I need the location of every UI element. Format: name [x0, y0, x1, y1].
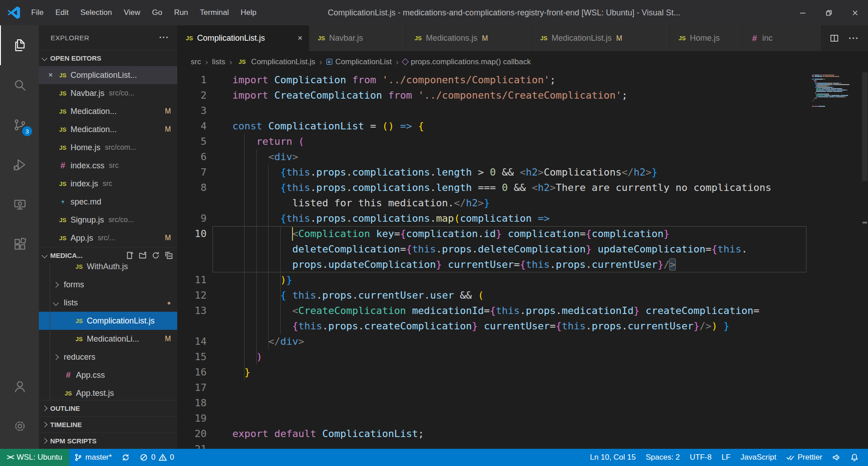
code-line[interactable]: 14 </div> [177, 334, 868, 349]
tab-navbar-js[interactable]: JSNavbar.js [309, 25, 406, 51]
code-line[interactable]: 2import CreateComplication from '../comp… [177, 88, 868, 103]
open-editor-item[interactable]: JSHome.jssrc/com... [39, 138, 177, 157]
open-editor-item[interactable]: JSMedication...M [39, 120, 177, 138]
code-line[interactable]: 11 )} [177, 272, 868, 288]
collapse-folders-icon[interactable] [165, 252, 173, 259]
code-line[interactable]: 6 <div> [177, 149, 868, 165]
menu-run[interactable]: Run [168, 0, 194, 25]
problems-status[interactable]: 0 0 [135, 449, 179, 466]
editor-scrollbar[interactable] [862, 72, 868, 449]
code-line[interactable]: 16 } [177, 365, 868, 380]
menu-edit[interactable]: Edit [49, 0, 74, 25]
code-line[interactable]: 13 <CreateComplication medicationId={thi… [177, 303, 868, 319]
code-line[interactable]: deleteComplication={this.props.deleteCom… [177, 242, 868, 257]
open-editor-item[interactable]: JSMedication...M [39, 102, 177, 120]
new-file-icon[interactable] [126, 252, 133, 259]
feedback-button[interactable] [827, 449, 845, 466]
close-icon[interactable]: × [44, 71, 57, 80]
scrollbar-slider[interactable] [862, 72, 868, 181]
open-editor-item[interactable]: JSNavbar.jssrc/co... [39, 84, 177, 102]
breadcrumb-item[interactable]: lists [212, 57, 225, 67]
code-line[interactable]: {this.props.createComplication} currentU… [177, 319, 868, 334]
breadcrumb-item[interactable]: props.complications.map() callback [403, 57, 531, 67]
open-editor-item[interactable]: ▼spec.md [39, 193, 177, 211]
tree-item-reducers[interactable]: reducers [39, 348, 177, 366]
section-timeline[interactable]: TIMELINE [39, 416, 177, 433]
close-button[interactable] [842, 0, 868, 25]
new-folder-icon[interactable] [139, 252, 146, 259]
tab-medicationlist-js[interactable]: JSMedicationList.jsM [532, 25, 670, 51]
tree-item-lists[interactable]: lists● [39, 294, 177, 312]
tree-item-medicationli-[interactable]: JSMedicationLi...M [39, 330, 177, 348]
editor-pane[interactable]: 1import Complication from '../components… [177, 72, 868, 449]
project-section-header[interactable]: MEDICA... [39, 247, 177, 263]
tab-home-js[interactable]: JSHome.js [670, 25, 742, 51]
code-line[interactable]: 15 ) [177, 349, 868, 365]
close-icon[interactable]: × [293, 33, 302, 43]
tree-item-app-test-js[interactable]: JSApp.test.js [39, 384, 177, 400]
activity-remote-explorer[interactable] [0, 185, 39, 224]
code-line[interactable]: 4const ComplicationList = () => { [177, 119, 868, 134]
menu-go[interactable]: Go [146, 0, 168, 25]
code-line[interactable]: 19 [177, 411, 868, 426]
open-editor-item[interactable]: JSindex.jssrc [39, 175, 177, 193]
menu-selection[interactable]: Selection [75, 0, 118, 25]
open-editor-item[interactable]: ×JSComplicationList... [39, 66, 177, 84]
encoding-status[interactable]: UTF-8 [685, 449, 717, 466]
formatter-status[interactable]: Prettier [781, 449, 827, 466]
menu-help[interactable]: Help [235, 0, 262, 25]
refresh-explorer-icon[interactable] [152, 252, 160, 259]
breadcrumb-item[interactable]: JSComplicationList.js [236, 57, 316, 67]
sync-button[interactable] [117, 449, 135, 466]
menu-view[interactable]: View [118, 0, 146, 25]
code-line[interactable]: 20export default ComplicationList; [177, 426, 868, 442]
notifications-button[interactable] [845, 449, 863, 466]
cursor-position[interactable]: Ln 10, Col 15 [585, 449, 641, 466]
activity-account[interactable] [0, 366, 39, 406]
activity-source-control[interactable]: 3 [0, 105, 39, 145]
menu-file[interactable]: File [25, 0, 49, 25]
minimap[interactable] [812, 72, 862, 109]
section-outline[interactable]: OUTLINE [39, 400, 177, 416]
indentation-status[interactable]: Spaces: 2 [641, 449, 685, 466]
tree-item-forms[interactable]: forms [39, 276, 177, 294]
code-line[interactable]: 7 {this.props.complications.length > 0 &… [177, 165, 868, 180]
open-editor-item[interactable]: JSSignup.jssrc/co... [39, 211, 177, 229]
restore-button[interactable] [816, 0, 842, 25]
menu-terminal[interactable]: Terminal [194, 0, 235, 25]
activity-run-debug[interactable] [0, 145, 39, 185]
code-line[interactable]: props.updateComplication} currentUser={t… [177, 257, 868, 272]
git-branch-status[interactable]: master* [69, 449, 117, 466]
tab-inc[interactable]: #inc [742, 25, 821, 51]
tree-item-app-css[interactable]: #App.css [39, 366, 177, 384]
code-line[interactable]: 10 <Complication key={complication.id} c… [177, 226, 868, 242]
code-line[interactable]: 12 { this.props.currentUser.user && ( [177, 288, 868, 303]
tree-item-withauth-js[interactable]: JSWithAuth.js [39, 263, 177, 276]
code-line[interactable]: listed for this medication.</h2>} [177, 195, 868, 211]
language-mode[interactable]: JavaScript [736, 449, 781, 466]
code-line[interactable]: 8 {this.props.complications.length === 0… [177, 180, 868, 195]
remote-indicator[interactable]: >< WSL: Ubuntu [0, 449, 69, 466]
open-editor-item[interactable]: #index.csssrc [39, 157, 177, 175]
code-line[interactable]: 3 [177, 103, 868, 119]
breadcrumb-item[interactable]: ComplicationList [326, 57, 392, 67]
open-editors-header[interactable]: OPEN EDITORS [39, 50, 177, 66]
split-editor-icon[interactable] [830, 34, 839, 43]
more-editor-actions-icon[interactable]: ··· [849, 33, 859, 43]
section-npm-scripts[interactable]: NPM SCRIPTS [39, 433, 177, 449]
code-line[interactable]: 5 return ( [177, 134, 868, 149]
open-editor-item[interactable]: JSApp.jssrc/...M [39, 229, 177, 247]
activity-search[interactable] [0, 65, 39, 105]
eol-status[interactable]: LF [717, 449, 736, 466]
code-line[interactable]: 21 [177, 442, 868, 449]
minimize-button[interactable] [789, 0, 816, 25]
breadcrumb-item[interactable]: src [191, 57, 201, 67]
activity-extensions[interactable] [0, 224, 39, 264]
code-line[interactable]: 18 [177, 395, 868, 411]
more-actions-icon[interactable]: ··· [159, 33, 169, 43]
code-line[interactable]: 9 {this.props.complications.map(complica… [177, 211, 868, 226]
tree-item-complicationlist-js[interactable]: JSComplicationList.js [39, 312, 177, 330]
tab-medications-js[interactable]: JSMedications.jsM [406, 25, 532, 51]
activity-explorer[interactable] [0, 25, 39, 65]
tab-complicationlist-js[interactable]: JSComplicationList.js× [177, 25, 309, 51]
